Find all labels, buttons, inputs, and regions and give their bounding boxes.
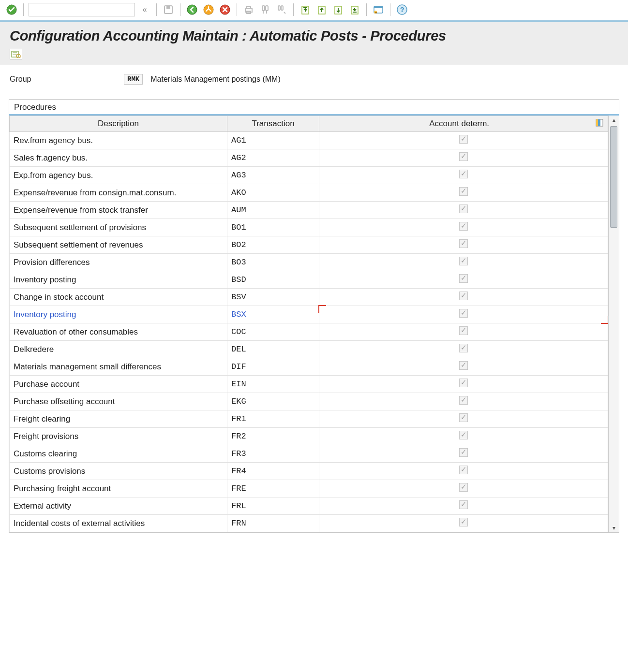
table-row[interactable]: Inventory postingBSD xyxy=(10,271,608,289)
cancel-icon[interactable] xyxy=(218,3,232,16)
cell-description[interactable]: External activity xyxy=(10,497,227,515)
cell-transaction[interactable]: FR1 xyxy=(227,410,319,428)
col-description[interactable]: Description xyxy=(10,116,227,132)
cell-account-determ[interactable] xyxy=(319,463,608,480)
cell-account-determ[interactable] xyxy=(319,306,608,323)
cell-account-determ[interactable] xyxy=(319,289,608,306)
cell-description[interactable]: Purchasing freight account xyxy=(10,480,227,497)
cell-transaction[interactable]: BSV xyxy=(227,289,319,306)
scroll-up-icon[interactable]: ▴ xyxy=(609,116,619,124)
cell-transaction[interactable]: AG1 xyxy=(227,132,319,149)
cell-description[interactable]: Purchase account xyxy=(10,376,227,393)
cell-account-determ[interactable] xyxy=(319,236,608,254)
cell-description[interactable]: Customs clearing xyxy=(10,445,227,463)
cell-description[interactable]: Purchase offsetting account xyxy=(10,393,227,410)
table-row[interactable]: Change in stock accountBSV xyxy=(10,289,608,306)
table-row[interactable]: External activityFRL xyxy=(10,497,608,515)
cell-account-determ[interactable] xyxy=(319,358,608,376)
chevrons-left-icon[interactable]: « xyxy=(138,3,151,16)
scroll-thumb[interactable] xyxy=(610,126,617,228)
cell-description[interactable]: Materials management small differences xyxy=(10,358,227,376)
cell-transaction[interactable]: BSD xyxy=(227,271,319,289)
first-page-icon[interactable] xyxy=(299,3,312,16)
choose-button[interactable] xyxy=(10,49,22,59)
cell-transaction[interactable]: AG3 xyxy=(227,167,319,184)
cell-transaction[interactable]: FR2 xyxy=(227,428,319,445)
cell-transaction[interactable]: COC xyxy=(227,323,319,341)
table-row[interactable]: Subsequent settlement of provisionsBO1 xyxy=(10,219,608,236)
cell-account-determ[interactable] xyxy=(319,271,608,289)
cell-transaction[interactable]: DIF xyxy=(227,358,319,376)
cell-account-determ[interactable] xyxy=(319,515,608,532)
save-icon[interactable] xyxy=(162,3,175,16)
table-row[interactable]: Expense/revenue from consign.mat.consum.… xyxy=(10,184,608,202)
cell-transaction[interactable]: BO2 xyxy=(227,236,319,254)
cell-account-determ[interactable] xyxy=(319,480,608,497)
cell-transaction[interactable]: AUM xyxy=(227,202,319,219)
cell-account-determ[interactable] xyxy=(319,323,608,341)
prev-page-icon[interactable] xyxy=(315,3,329,16)
cell-transaction[interactable]: EIN xyxy=(227,376,319,393)
col-transaction[interactable]: Transaction xyxy=(227,116,319,132)
cell-description[interactable]: Revaluation of other consumables xyxy=(10,323,227,341)
cell-account-determ[interactable] xyxy=(319,219,608,236)
table-row[interactable]: Customs provisionsFR4 xyxy=(10,463,608,480)
cell-description[interactable]: Subsequent settlement of provisions xyxy=(10,219,227,236)
cell-transaction[interactable]: EKG xyxy=(227,393,319,410)
cell-description[interactable]: Sales fr.agency bus. xyxy=(10,149,227,167)
table-row[interactable]: Expense/revenue from stock transferAUM xyxy=(10,202,608,219)
column-settings-icon[interactable] xyxy=(595,119,604,128)
cell-transaction[interactable]: AG2 xyxy=(227,149,319,167)
cell-account-determ[interactable] xyxy=(319,167,608,184)
cell-account-determ[interactable] xyxy=(319,202,608,219)
table-row[interactable]: Sales fr.agency bus.AG2 xyxy=(10,149,608,167)
table-row[interactable]: Purchase offsetting accountEKG xyxy=(10,393,608,410)
cell-account-determ[interactable] xyxy=(319,445,608,463)
cell-account-determ[interactable] xyxy=(319,184,608,202)
cell-transaction[interactable]: FR4 xyxy=(227,463,319,480)
cell-description[interactable]: Expense/revenue from stock transfer xyxy=(10,202,227,219)
cell-account-determ[interactable] xyxy=(319,497,608,515)
cell-account-determ[interactable] xyxy=(319,393,608,410)
cell-description[interactable]: Delkredere xyxy=(10,341,227,358)
cell-description[interactable]: Incidental costs of external activities xyxy=(10,515,227,532)
cell-description[interactable]: Subsequent settlement of revenues xyxy=(10,236,227,254)
cell-transaction[interactable]: FRE xyxy=(227,480,319,497)
table-row[interactable]: Inventory postingBSX xyxy=(10,306,608,323)
cell-description[interactable]: Expense/revenue from consign.mat.consum. xyxy=(10,184,227,202)
table-row[interactable]: Revaluation of other consumablesCOC xyxy=(10,323,608,341)
command-field[interactable] xyxy=(29,3,135,16)
cell-transaction[interactable]: AKO xyxy=(227,184,319,202)
table-row[interactable]: Materials management small differencesDI… xyxy=(10,358,608,376)
cell-account-determ[interactable] xyxy=(319,410,608,428)
table-row[interactable]: Provision differencesBO3 xyxy=(10,254,608,271)
cell-description[interactable]: Inventory posting xyxy=(10,306,227,323)
cell-description[interactable]: Provision differences xyxy=(10,254,227,271)
table-row[interactable]: DelkredereDEL xyxy=(10,341,608,358)
cell-description[interactable]: Inventory posting xyxy=(10,271,227,289)
table-row[interactable]: Incidental costs of external activitiesF… xyxy=(10,515,608,532)
col-account-determ[interactable]: Account determ. xyxy=(319,116,608,132)
table-row[interactable]: Purchasing freight accountFRE xyxy=(10,480,608,497)
new-session-icon[interactable]: ★ xyxy=(372,3,385,16)
table-row[interactable]: Freight clearingFR1 xyxy=(10,410,608,428)
table-row[interactable]: Customs clearingFR3 xyxy=(10,445,608,463)
cell-description[interactable]: Change in stock account xyxy=(10,289,227,306)
table-row[interactable]: Purchase accountEIN xyxy=(10,376,608,393)
find-next-icon[interactable] xyxy=(275,3,288,16)
cell-account-determ[interactable] xyxy=(319,149,608,167)
table-row[interactable]: Freight provisionsFR2 xyxy=(10,428,608,445)
cell-description[interactable]: Exp.from agency bus. xyxy=(10,167,227,184)
cell-transaction[interactable]: BO3 xyxy=(227,254,319,271)
cell-transaction[interactable]: BO1 xyxy=(227,219,319,236)
cell-account-determ[interactable] xyxy=(319,376,608,393)
table-row[interactable]: Exp.from agency bus.AG3 xyxy=(10,167,608,184)
help-icon[interactable]: ? xyxy=(395,3,409,16)
cell-account-determ[interactable] xyxy=(319,428,608,445)
cell-transaction[interactable]: FR3 xyxy=(227,445,319,463)
cell-transaction[interactable]: FRL xyxy=(227,497,319,515)
ok-icon[interactable] xyxy=(5,3,18,16)
cell-transaction[interactable]: BSX xyxy=(227,306,319,323)
table-row[interactable]: Rev.from agency bus.AG1 xyxy=(10,132,608,149)
cell-description[interactable]: Freight clearing xyxy=(10,410,227,428)
